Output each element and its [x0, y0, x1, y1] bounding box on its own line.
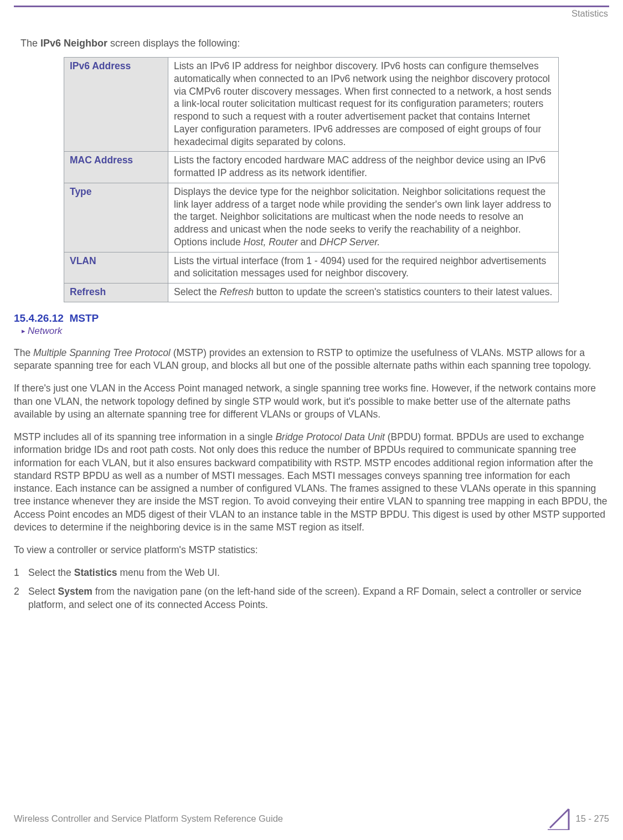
- row-label: Refresh: [64, 284, 168, 302]
- section-title: MSTP: [69, 312, 99, 324]
- row-label: VLAN: [64, 252, 168, 284]
- p-text: The: [14, 347, 33, 358]
- table-row: Type Displays the device type for the ne…: [64, 183, 559, 252]
- p-text: (BPDU) format. BPDUs are used to exchang…: [14, 431, 607, 533]
- step-text: menu from the Web UI.: [117, 567, 220, 578]
- list-item: Select System from the navigation pane (…: [14, 585, 609, 611]
- body-paragraph: To view a controller or service platform…: [14, 544, 609, 556]
- table-row: VLAN Lists the virtual interface (from 1…: [64, 252, 559, 284]
- row-desc-text: and: [298, 236, 320, 248]
- breadcrumb[interactable]: ▸Network: [22, 326, 609, 337]
- row-desc: Lists the factory encoded hardware MAC a…: [168, 152, 559, 183]
- breadcrumb-label: Network: [28, 326, 62, 336]
- row-label: Type: [64, 183, 168, 252]
- intro-suffix: screen displays the following:: [107, 38, 240, 49]
- row-desc: Lists the virtual interface (from 1 - 40…: [168, 252, 559, 284]
- svg-line-0: [550, 809, 569, 828]
- page-corner-icon: [548, 807, 571, 830]
- body-paragraph: MSTP includes all of its spanning tree i…: [14, 431, 609, 534]
- row-desc-em: Host, Router: [244, 236, 298, 248]
- row-desc-text: button to update the screen's statistics…: [254, 286, 552, 297]
- body-paragraph: The Multiple Spanning Tree Protocol (MST…: [14, 347, 609, 373]
- page-footer: Wireless Controller and Service Platform…: [14, 807, 609, 830]
- step-text: from the navigation pane (on the left-ha…: [28, 586, 581, 610]
- header-rule: [14, 6, 609, 7]
- list-item: Select the Statistics menu from the Web …: [14, 566, 609, 580]
- intro-bold: IPv6 Neighbor: [40, 38, 107, 49]
- section-number: 15.4.26.12: [14, 312, 64, 324]
- body-paragraph: If there's just one VLAN in the Access P…: [14, 382, 609, 421]
- table-row: Refresh Select the Refresh button to upd…: [64, 284, 559, 302]
- definitions-table: IPv6 Address Lists an IPv6 IP address fo…: [64, 57, 559, 302]
- row-desc-text: Select the: [174, 286, 220, 297]
- intro-prefix: The: [20, 38, 40, 49]
- table-row: MAC Address Lists the factory encoded ha…: [64, 152, 559, 183]
- breadcrumb-arrow-icon: ▸: [22, 327, 25, 335]
- row-desc-em: Refresh: [220, 286, 254, 297]
- table-row: IPv6 Address Lists an IPv6 IP address fo…: [64, 58, 559, 152]
- section-heading: 15.4.26.12 MSTP: [14, 312, 609, 324]
- step-text: Select the: [28, 567, 74, 578]
- intro-text: The IPv6 Neighbor screen displays the fo…: [20, 38, 609, 49]
- row-desc: Select the Refresh button to update the …: [168, 284, 559, 302]
- p-em: Multiple Spanning Tree Protocol: [33, 347, 171, 358]
- p-em: Bridge Protocol Data Unit: [275, 431, 384, 442]
- footer-page-number: 15 - 275: [575, 813, 609, 824]
- step-text: Select: [28, 586, 58, 597]
- page-section-label: Statistics: [14, 8, 609, 38]
- footer-right: 15 - 275: [548, 807, 609, 830]
- p-text: MSTP includes all of its spanning tree i…: [14, 431, 275, 442]
- row-label: MAC Address: [64, 152, 168, 183]
- row-label: IPv6 Address: [64, 58, 168, 152]
- row-desc: Lists an IPv6 IP address for neighbor di…: [168, 58, 559, 152]
- footer-guide-title: Wireless Controller and Service Platform…: [14, 813, 283, 824]
- step-bold: Statistics: [74, 567, 117, 578]
- row-desc-em: DHCP Server.: [320, 236, 380, 248]
- row-desc: Displays the device type for the neighbo…: [168, 183, 559, 252]
- steps-list: Select the Statistics menu from the Web …: [14, 566, 609, 611]
- step-bold: System: [58, 586, 92, 597]
